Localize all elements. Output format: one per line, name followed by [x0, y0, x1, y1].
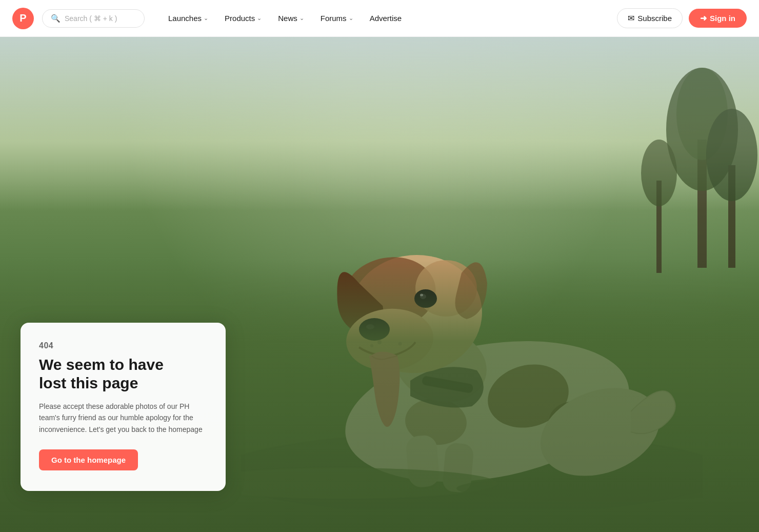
subscribe-icon: ✉ [628, 13, 634, 23]
site-logo[interactable]: P [12, 8, 34, 29]
launches-chevron-icon: ⌄ [204, 15, 208, 22]
nav-item-products[interactable]: Products ⌄ [217, 10, 269, 27]
nav-item-launches[interactable]: Launches ⌄ [161, 10, 215, 27]
search-icon: 🔍 [51, 14, 61, 23]
navbar: P 🔍 Search ( ⌘ + k ) Launches ⌄ Products… [0, 0, 759, 37]
error-code: 404 [39, 341, 207, 350]
nav-links: Launches ⌄ Products ⌄ News ⌄ Forums ⌄ Ad… [161, 10, 613, 27]
nav-item-forums[interactable]: Forums ⌄ [313, 10, 361, 27]
search-placeholder: Search ( ⌘ + k ) [65, 14, 117, 23]
go-to-homepage-button[interactable]: Go to the homepage [39, 449, 138, 470]
forums-chevron-icon: ⌄ [349, 15, 353, 22]
error-title: We seem to have lost this page [39, 356, 207, 392]
search-bar[interactable]: 🔍 Search ( ⌘ + k ) [42, 9, 145, 28]
hero-section: 404 We seem to have lost this page Pleas… [0, 37, 759, 532]
news-chevron-icon: ⌄ [299, 15, 304, 22]
svg-point-28 [706, 109, 757, 201]
subscribe-button[interactable]: ✉ Subscribe [617, 8, 683, 28]
signin-icon: ➜ [700, 13, 707, 23]
products-chevron-icon: ⌄ [257, 15, 262, 22]
error-description: Please accept these adorable photos of o… [39, 401, 207, 435]
svg-point-30 [641, 140, 677, 206]
tree-silhouette [554, 37, 759, 293]
nav-actions: ✉ Subscribe ➜ Sign in [617, 8, 747, 28]
error-card: 404 We seem to have lost this page Pleas… [21, 323, 226, 491]
nav-item-advertise[interactable]: Advertise [363, 10, 409, 27]
signin-button[interactable]: ➜ Sign in [689, 9, 747, 28]
nav-item-news[interactable]: News ⌄ [271, 10, 311, 27]
